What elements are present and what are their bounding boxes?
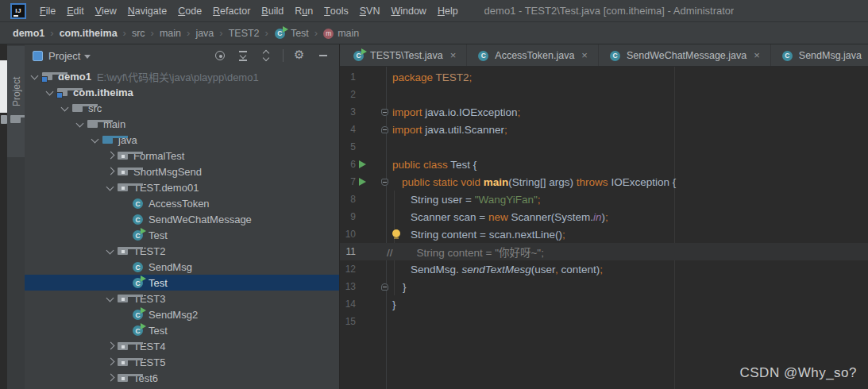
close-icon[interactable]: × — [754, 49, 760, 61]
tree-item-java[interactable]: java — [25, 132, 339, 148]
tree-item-partial[interactable] — [25, 386, 339, 389]
chevron-closed-icon[interactable] — [104, 149, 117, 162]
fold-marker-icon[interactable] — [381, 109, 388, 116]
code-line-3[interactable]: 3import java.io.IOException; — [340, 103, 868, 121]
menu-navigate[interactable]: Navigate — [122, 0, 172, 21]
chevron-open-icon[interactable] — [59, 102, 71, 114]
class-icon: C — [610, 51, 620, 61]
menu-edit[interactable]: Edit — [61, 0, 90, 21]
breadcrumb-item-demo1[interactable]: demo1 — [13, 28, 44, 39]
tree-item-AccessToken[interactable]: CAccessToken — [25, 195, 339, 211]
chevron-open-icon[interactable] — [104, 245, 117, 257]
editor-tab-TEST5\Test.java[interactable]: CTEST5\Test.java× — [342, 44, 467, 66]
editor-tab-SendWeChatMessage.java[interactable]: CSendWeChatMessage.java× — [599, 44, 771, 66]
menu-tools[interactable]: Tools — [318, 0, 354, 21]
chevron-open-icon[interactable] — [29, 70, 41, 83]
menu-run[interactable]: Run — [289, 0, 318, 21]
project-panel-title[interactable]: Project — [48, 50, 80, 62]
hide-panel-icon[interactable] — [317, 49, 330, 62]
gear-icon[interactable] — [294, 49, 307, 62]
breadcrumb-item-Test[interactable]: CTest — [274, 28, 309, 39]
code-line-15[interactable]: 15 — [340, 313, 868, 330]
tree-item-Test[interactable]: CTest — [25, 322, 339, 338]
code-line-14[interactable]: 14} — [340, 295, 868, 313]
fold-marker-icon[interactable] — [381, 179, 388, 186]
fold-marker-icon[interactable] — [381, 126, 388, 133]
tree-item-com.itheima[interactable]: com.itheima — [25, 84, 339, 100]
code-line-11[interactable]: 11// String content = "你好呀~"; — [340, 243, 868, 260]
code-line-13[interactable]: 13} — [340, 278, 868, 295]
editor-tab-SendMsg.java[interactable]: CSendMsg.java× — [771, 44, 868, 66]
breadcrumb-item-java[interactable]: java — [195, 28, 214, 39]
gutter-slot — [356, 160, 368, 168]
chevron-closed-icon[interactable] — [104, 356, 117, 368]
code-line-2[interactable]: 2 — [340, 86, 868, 103]
tree-item-SendMsg2[interactable]: CSendMsg2 — [25, 306, 339, 322]
breadcrumb-separator-icon: › — [219, 27, 222, 39]
tree-item-demo1[interactable]: demo1E:\wyf\代码相关\java\playpp\demo1 — [25, 68, 339, 84]
chevron-closed-icon[interactable] — [104, 340, 117, 352]
tree-item-src[interactable]: src — [25, 100, 339, 116]
code-line-5[interactable]: 5 — [340, 138, 868, 156]
tree-item-Test[interactable]: CTest — [25, 227, 339, 243]
fold-marker-icon[interactable] — [381, 283, 388, 291]
tree-item-TEST3[interactable]: TEST3 — [25, 291, 339, 306]
code-line-12[interactable]: 12SendMsg. sendTextMesg(user, content); — [340, 260, 868, 278]
tree-item-label: Test — [149, 229, 168, 241]
breadcrumb-item-main[interactable]: mmain — [323, 28, 359, 39]
project-stripe-tab[interactable]: Project — [7, 46, 25, 157]
line-number: 2 — [340, 89, 356, 100]
chevron-open-icon[interactable] — [104, 181, 117, 194]
breadcrumb-label: Test — [291, 28, 309, 39]
breadcrumb-item-TEST2[interactable]: TEST2 — [229, 28, 260, 39]
code-line-7[interactable]: 7public static void main(String[] args) … — [340, 173, 868, 191]
tree-item-TEST4[interactable]: TEST4 — [25, 338, 339, 354]
tree-item-ShortMsgSend[interactable]: ShortMsgSend — [25, 164, 339, 179]
menu-refactor[interactable]: Refactor — [207, 0, 256, 21]
tree-item-SendWeChatMessage[interactable]: CSendWeChatMessage — [25, 211, 339, 227]
code-line-9[interactable]: 9Scanner scan = new Scanner(System.in); — [340, 208, 868, 225]
editor-tab-AccessToken.java[interactable]: CAccessToken.java× — [467, 44, 599, 66]
menu-svn[interactable]: SVN — [354, 0, 386, 21]
code-line-8[interactable]: 8String user = "WangYiFan"; — [340, 191, 868, 208]
menu-file[interactable]: File — [34, 0, 61, 21]
breadcrumb-item-com.itheima[interactable]: com.itheima — [60, 28, 118, 39]
chevron-down-icon[interactable] — [84, 55, 91, 59]
tree-item-TEST.demo01[interactable]: TEST.demo01 — [25, 179, 339, 195]
tree-item-TEST2[interactable]: TEST2 — [25, 243, 339, 259]
line-number: 12 — [340, 264, 356, 275]
chevron-closed-icon[interactable] — [104, 165, 117, 178]
code-line-4[interactable]: 4import java.util.Scanner; — [340, 121, 868, 138]
menu-code[interactable]: Code — [172, 0, 207, 21]
breadcrumb-item-src[interactable]: src — [132, 28, 145, 39]
chevron-open-icon[interactable] — [104, 292, 117, 305]
menu-view[interactable]: View — [90, 0, 122, 21]
code-line-6[interactable]: 6public class Test { — [340, 156, 868, 173]
breadcrumb-item-main[interactable]: main — [160, 28, 181, 39]
locate-icon[interactable] — [214, 49, 226, 62]
chevron-open-icon[interactable] — [89, 133, 102, 146]
menu-window[interactable]: Window — [385, 0, 431, 21]
close-icon[interactable]: × — [450, 49, 457, 61]
code-line-1[interactable]: 1package TEST2; — [340, 68, 868, 86]
collapse-all-icon[interactable] — [260, 49, 272, 62]
chevron-open-icon[interactable] — [74, 117, 87, 130]
menu-build[interactable]: Build — [256, 0, 289, 21]
tree-item-SendMsg[interactable]: CSendMsg — [25, 259, 339, 275]
code-editor[interactable]: 1package TEST2;23import java.io.IOExcept… — [340, 67, 868, 389]
chevron-closed-icon[interactable] — [104, 372, 117, 384]
run-arrow-icon[interactable] — [359, 160, 366, 168]
close-icon[interactable]: × — [581, 49, 588, 61]
tree-item-main[interactable]: main — [25, 116, 339, 132]
chevron-open-icon[interactable] — [44, 86, 56, 98]
tree-item-TEST5[interactable]: TEST5 — [25, 354, 339, 370]
tree-item-Test6[interactable]: Test6 — [25, 370, 339, 386]
tree-item-Test[interactable]: CTest — [25, 275, 339, 291]
menu-help[interactable]: Help — [432, 0, 464, 21]
intention-bulb-icon[interactable] — [392, 229, 400, 237]
app-logo-icon[interactable]: IJ — [10, 3, 26, 19]
run-arrow-icon[interactable] — [359, 178, 366, 186]
code-line-10[interactable]: 10String content = scan.nextLine(); — [340, 225, 868, 243]
expand-all-icon[interactable] — [237, 49, 249, 62]
tree-item-FormalTest[interactable]: FormalTest — [25, 148, 339, 164]
